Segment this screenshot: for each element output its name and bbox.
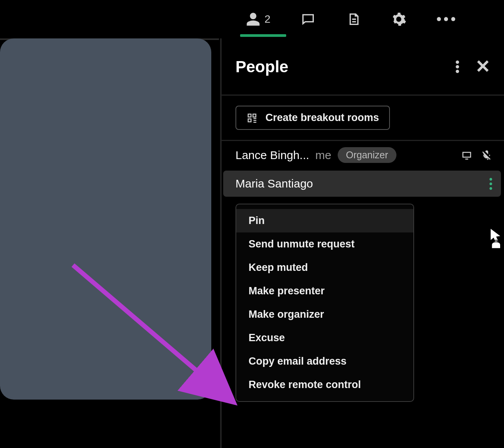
menu-item-make-presenter[interactable]: Make presenter <box>236 279 413 303</box>
screen-share-icon <box>461 149 472 161</box>
close-icon <box>476 59 490 73</box>
panel-title: People <box>235 58 288 76</box>
menu-item-copy-email[interactable]: Copy email address <box>236 350 413 373</box>
notes-icon <box>346 12 361 27</box>
menu-item-keep-muted[interactable]: Keep muted <box>236 256 413 279</box>
breakout-row: Create breakout rooms <box>222 96 504 140</box>
participant-row[interactable]: Lance Bingh... me Organizer <box>222 141 504 169</box>
organizer-badge: Organizer <box>338 147 397 163</box>
people-panel: People ••• Create breakout rooms Lance B… <box>220 38 504 448</box>
gear-icon <box>391 12 406 27</box>
menu-item-excuse[interactable]: Excuse <box>236 326 413 350</box>
breakout-icon <box>246 112 258 124</box>
chat-icon <box>300 12 316 27</box>
create-breakout-rooms-button[interactable]: Create breakout rooms <box>235 106 390 130</box>
panel-header-actions: ••• <box>455 59 490 75</box>
breakout-label: Create breakout rooms <box>265 112 379 124</box>
menu-item-make-organizer[interactable]: Make organizer <box>236 303 413 326</box>
participant-name: Lance Bingh... <box>235 149 309 162</box>
panel-header: People ••• <box>222 38 504 95</box>
more-icon: ••• <box>436 12 458 26</box>
people-toolbar-button[interactable]: 2 <box>245 12 271 27</box>
menu-item-pin[interactable]: Pin <box>236 209 413 232</box>
mic-muted-icon <box>481 149 492 161</box>
menu-item-send-unmute-request[interactable]: Send unmute request <box>236 232 413 256</box>
active-tab-indicator <box>240 34 286 37</box>
people-count: 2 <box>265 13 271 25</box>
participant-me-label: me <box>315 149 332 162</box>
video-tile[interactable] <box>0 38 211 400</box>
chat-toolbar-button[interactable] <box>300 12 316 27</box>
cursor-icon <box>486 227 504 250</box>
panel-close-button[interactable] <box>476 59 490 75</box>
people-icon <box>245 12 261 27</box>
panel-more-button[interactable]: ••• <box>455 60 459 74</box>
more-toolbar-button[interactable]: ••• <box>436 12 458 26</box>
participant-context-menu: Pin Send unmute request Keep muted Make … <box>235 204 414 402</box>
participant-name: Maria Santiago <box>235 177 313 190</box>
participant-status-icons <box>461 149 492 161</box>
notes-toolbar-button[interactable] <box>346 12 361 27</box>
meeting-toolbar: 2 ••• <box>0 0 504 38</box>
settings-toolbar-button[interactable] <box>391 12 406 27</box>
participant-more-button[interactable]: ••• <box>489 177 492 191</box>
menu-item-revoke-remote-control[interactable]: Revoke remote control <box>236 373 413 397</box>
participant-row[interactable]: Maria Santiago ••• <box>223 171 501 197</box>
